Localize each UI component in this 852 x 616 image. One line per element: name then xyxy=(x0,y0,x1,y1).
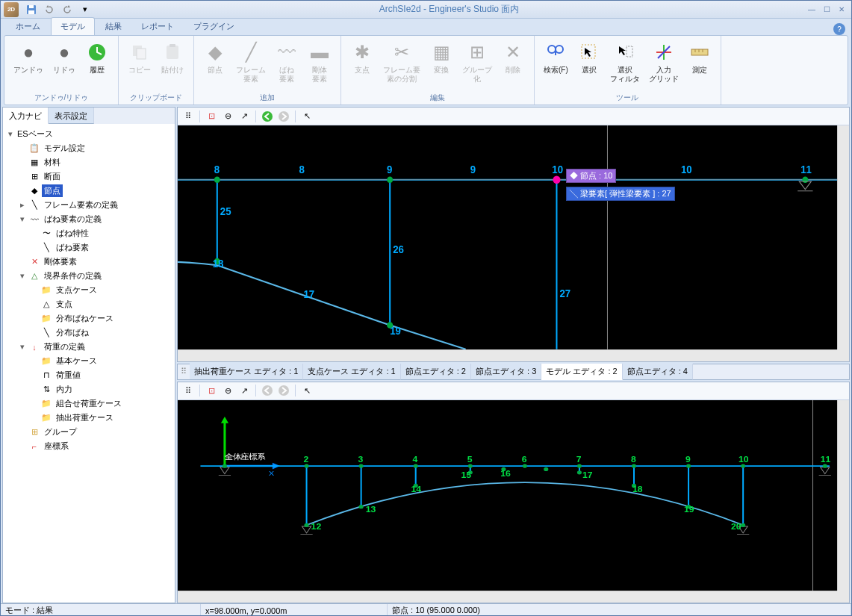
tree-item-combo-case[interactable]: 📁組合せ荷重ケース xyxy=(30,396,172,411)
ribbon-tab-plugin[interactable]: プラグイン xyxy=(184,18,243,35)
tree-item-spring-prop[interactable]: 〜ばね特性 xyxy=(30,226,172,240)
tree-item-material[interactable]: ▦材料 xyxy=(18,155,172,169)
frame-icon: ╱ xyxy=(239,40,263,64)
svg-point-8 xyxy=(548,46,556,53)
tabs-grip[interactable]: ⠿ xyxy=(178,367,190,376)
group-button[interactable]: ⊞グループ 化 xyxy=(459,39,495,91)
redo-button[interactable] xyxy=(59,2,75,17)
h-scrollbar[interactable] xyxy=(178,591,837,603)
ribbon-tab-result[interactable]: 結果 xyxy=(96,18,131,35)
top-canvas[interactable]: 8 8 9 9 10 10 11 25 26 27 18 17 19 xyxy=(178,125,837,349)
zoom-fit-button[interactable]: ⊡ xyxy=(204,383,219,398)
h-scrollbar[interactable] xyxy=(178,349,837,361)
tree-item-spring-elem[interactable]: ╲ばね要素 xyxy=(30,240,172,255)
tree-item-boundary[interactable]: ▾△境界条件の定義 xyxy=(18,269,172,283)
ribbon-group-label: 追加 xyxy=(200,91,335,103)
add-node-button[interactable]: ◆節点 xyxy=(200,39,230,91)
tree-item-support-case[interactable]: 📁支点ケース xyxy=(30,283,172,297)
tab-input-navi[interactable]: 入力ナビ xyxy=(3,108,49,124)
editor-tab-node2[interactable]: 節点エディタ : 2 xyxy=(401,364,471,380)
svg-text:8: 8 xyxy=(214,164,220,175)
add-spring-button[interactable]: 〰ばね 要素 xyxy=(272,39,302,91)
select-button[interactable]: 選択 xyxy=(574,39,604,91)
ribbon-tab-home[interactable]: ホーム xyxy=(7,18,49,35)
left-panel-tabs: 入力ナビ 表示設定 xyxy=(3,108,175,124)
history-button[interactable]: 履歴 xyxy=(82,39,112,91)
tree-item-group[interactable]: ⊞グループ xyxy=(18,425,172,439)
zoom-out-button[interactable]: ⊖ xyxy=(220,109,235,124)
svg-point-63 xyxy=(223,464,227,467)
add-frame-button[interactable]: ╱フレーム 要素 xyxy=(233,39,269,91)
model-tree[interactable]: ▾ESベース 📋モデル設定 ▦材料 ⊞断面 ◆節点 ▸╲フレーム要素の定義 ▾〰… xyxy=(3,124,175,603)
editor-tab-extract[interactable]: 抽出荷重ケース エディタ : 1 xyxy=(190,364,303,380)
tree-item-coord[interactable]: ⌐座標系 xyxy=(18,439,172,453)
editor-tab-support[interactable]: 支点ケース エディタ : 1 xyxy=(303,364,400,380)
search-button[interactable]: 検索(F) xyxy=(541,39,571,91)
tree-item-node[interactable]: ◆節点 xyxy=(18,184,172,198)
tree-item-section[interactable]: ⊞断面 xyxy=(18,169,172,184)
support-button[interactable]: ✱支点 xyxy=(347,39,377,91)
svg-text:16: 16 xyxy=(500,470,511,478)
help-button[interactable]: ? xyxy=(833,23,845,35)
tree-item-dist-spring[interactable]: ╲分布ばね xyxy=(30,326,172,340)
qat-dropdown[interactable]: ▾ xyxy=(77,2,93,17)
save-button[interactable] xyxy=(23,2,40,17)
tree-item-support[interactable]: △支点 xyxy=(30,297,172,311)
tree-item-extract-case[interactable]: 📁抽出荷重ケース xyxy=(30,411,172,425)
tree-item-basic-case[interactable]: 📁基本ケース xyxy=(30,354,172,368)
add-rigid-button[interactable]: ▬剛体 要素 xyxy=(305,39,335,91)
tree-root[interactable]: ▾ESベース xyxy=(6,127,172,141)
cursor-button[interactable]: ↖ xyxy=(299,109,314,124)
svg-text:13: 13 xyxy=(366,505,376,513)
tree-item-internal[interactable]: ⇅内力 xyxy=(30,382,172,396)
expand-button[interactable]: ↗ xyxy=(237,109,252,124)
cursor-button[interactable]: ↖ xyxy=(299,383,314,398)
editor-tab-model2[interactable]: モデル エディタ : 2 xyxy=(541,364,622,380)
tree-item-load-value[interactable]: ⊓荷重値 xyxy=(30,368,172,382)
close-button[interactable]: ✕ xyxy=(835,4,848,16)
v-scrollbar[interactable] xyxy=(837,400,849,591)
zoom-fit-button[interactable]: ⊡ xyxy=(204,109,219,124)
svg-point-9 xyxy=(556,46,563,53)
paste-button[interactable]: 貼付け xyxy=(158,39,187,91)
editor-tab-node3[interactable]: 節点エディタ : 3 xyxy=(471,364,541,380)
expand-button[interactable]: ↗ xyxy=(237,383,252,398)
svg-text:12: 12 xyxy=(311,522,322,530)
tab-display-settings[interactable]: 表示設定 xyxy=(49,108,94,124)
prev-button[interactable] xyxy=(260,383,275,398)
tree-item-rigid[interactable]: ✕剛体要素 xyxy=(18,255,172,269)
divide-button[interactable]: ✂フレーム要 素の分割 xyxy=(380,39,423,91)
zoom-out-button[interactable]: ⊖ xyxy=(220,383,235,398)
next-button[interactable] xyxy=(276,109,291,124)
statusbar: モード : 結果 x=98.000m, y=0.000m 節点 : 10 (95… xyxy=(1,603,851,616)
maximize-button[interactable]: ☐ xyxy=(820,4,833,16)
node-icon: ◆ xyxy=(203,40,227,64)
copy-button[interactable]: コピー xyxy=(125,39,155,91)
measure-button[interactable]: 測定 xyxy=(685,39,715,91)
undo-button[interactable] xyxy=(41,2,57,17)
filter-button[interactable]: 選択 フィルタ xyxy=(607,39,643,91)
next-button[interactable] xyxy=(276,383,291,398)
ribbon-tab-report[interactable]: レポート xyxy=(132,18,183,35)
grid-button[interactable]: 入力 グリッド xyxy=(646,39,682,91)
bottom-canvas[interactable]: 全体座標系 X xyxy=(178,400,837,591)
grip-icon[interactable]: ⠿ xyxy=(181,109,196,124)
editor-tab-node4[interactable]: 節点エディタ : 4 xyxy=(623,364,693,380)
redo-large-button[interactable]: ●リドゥ xyxy=(49,39,79,91)
tree-item-dist-spring-case[interactable]: 📁分布ばねケース xyxy=(30,311,172,326)
grip-icon[interactable]: ⠿ xyxy=(181,383,196,398)
tree-item-frame-def[interactable]: ▸╲フレーム要素の定義 xyxy=(18,198,172,212)
quick-access-toolbar: ▾ xyxy=(23,2,93,17)
transform-button[interactable]: ▦変換 xyxy=(426,39,456,91)
tree-item-load-def[interactable]: ▾↓荷重の定義 xyxy=(18,340,172,354)
undo-large-button[interactable]: ●アンドゥ xyxy=(10,39,46,91)
ribbon-tab-model[interactable]: モデル xyxy=(51,17,95,35)
load-value-icon: ⊓ xyxy=(40,370,52,381)
v-scrollbar[interactable] xyxy=(837,125,849,349)
tree-item-model-setting[interactable]: 📋モデル設定 xyxy=(18,141,172,155)
tree-item-spring-def[interactable]: ▾〰ばね要素の定義 xyxy=(18,212,172,226)
delete-button[interactable]: ✕削除 xyxy=(498,39,528,91)
top-editor-pane: ⠿ ⊡ ⊖ ↗ ↖ xyxy=(177,107,850,362)
minimize-button[interactable]: — xyxy=(805,4,818,16)
prev-button[interactable] xyxy=(260,109,275,124)
